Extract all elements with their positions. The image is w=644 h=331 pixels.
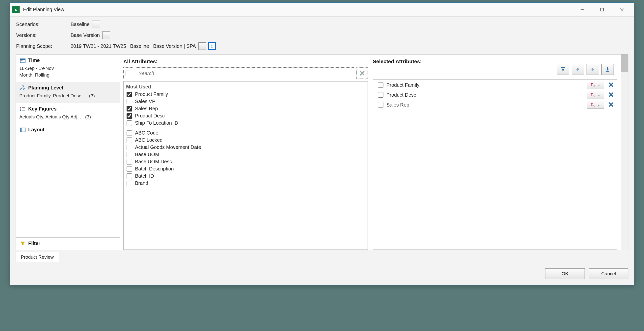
attribute-item[interactable]: Sales Rep (126, 105, 366, 112)
attribute-item[interactable]: ABC Locked (126, 136, 366, 144)
svg-rect-9 (20, 89, 22, 90)
remove-attribute-button[interactable] (608, 101, 614, 109)
selected-attribute-checkbox[interactable] (378, 102, 384, 108)
move-bottom-button[interactable] (602, 64, 614, 75)
aggregation-dropdown[interactable]: Σ⦸⌄ (587, 81, 604, 89)
scenarios-label: Scenarios: (16, 22, 70, 27)
versions-browse-button[interactable]: ... (102, 32, 110, 39)
search-input[interactable] (136, 68, 354, 79)
tab-product-review[interactable]: Product Review (16, 252, 59, 262)
nav-section-planning-level[interactable]: Planning Level Product Family, Product D… (16, 82, 120, 103)
attribute-checkbox[interactable] (126, 113, 132, 119)
attribute-label: Actual Goods Movement Date (135, 144, 201, 150)
select-all-checkbox[interactable] (126, 70, 131, 76)
nav-time-title: Time (28, 58, 40, 63)
attribute-checkbox[interactable] (126, 152, 132, 157)
nav-key-figures-sub: Actuals Qty, Actuals Qty Adj, ... (3) (19, 114, 116, 120)
attribute-item[interactable]: Product Family (126, 91, 366, 98)
attribute-item[interactable]: ABC Code (126, 129, 366, 136)
attribute-item[interactable]: Product Desc (126, 112, 366, 120)
scrollbar-thumb[interactable] (621, 54, 628, 72)
attribute-item[interactable]: Ship-To Location ID (126, 120, 366, 126)
attribute-checkbox[interactable] (126, 174, 132, 179)
attribute-item[interactable]: Batch ID (126, 172, 366, 180)
nav-filter-title: Filter (28, 240, 40, 246)
attribute-label: Brand (135, 180, 148, 186)
minimize-button[interactable] (572, 3, 592, 16)
attribute-item[interactable]: Batch Description (126, 165, 366, 172)
attribute-checkbox[interactable] (126, 166, 132, 172)
svg-marker-31 (591, 69, 594, 71)
nav-section-time[interactable]: Time 18-Sep - 19-Nov Month, Rolling (16, 54, 120, 82)
selected-attribute-item[interactable]: Product DescΣ⦸⌄ (376, 90, 616, 100)
attribute-item[interactable]: Base UOM Desc (126, 158, 366, 165)
attribute-item[interactable]: Actual Goods Movement Date (126, 144, 366, 151)
nav-section-layout[interactable]: Layout (16, 124, 120, 238)
attribute-item[interactable]: Sales VP (126, 98, 366, 105)
selected-attribute-checkbox[interactable] (378, 92, 384, 98)
nav-time-line1: 18-Sep - 19-Nov (19, 65, 116, 72)
versions-label: Versions: (16, 32, 70, 38)
move-up-button[interactable] (572, 64, 584, 75)
svg-rect-32 (592, 68, 593, 69)
attribute-label: Batch ID (135, 173, 154, 179)
attribute-checkbox[interactable] (126, 130, 132, 136)
attribute-item[interactable]: Base UOM (126, 151, 366, 158)
scenarios-value: Baseline (70, 22, 90, 27)
all-attributes-column: All Attributes: Most UsedProduct FamilyS… (123, 58, 368, 250)
attribute-checkbox[interactable] (126, 138, 132, 143)
excel-app-icon: x (12, 6, 20, 14)
header-settings: Scenarios: Baseline ... Versions: Base V… (10, 16, 634, 54)
selected-attribute-checkbox[interactable] (378, 82, 384, 88)
window-title: Edit Planning View (23, 7, 64, 12)
attribute-label: Base UOM Desc (135, 159, 172, 164)
nav-planning-level-sub: Product Family, Product Desc, ... (3) (19, 93, 116, 99)
attribute-checkbox[interactable] (126, 120, 132, 126)
selected-attribute-item[interactable]: Product FamilyΣ⦸⌄ (376, 80, 616, 90)
nav-layout-title: Layout (28, 127, 44, 132)
svg-marker-27 (562, 68, 564, 70)
selected-attributes-list[interactable]: Product FamilyΣ⦸⌄Product DescΣ⦸⌄Sales Re… (373, 80, 617, 250)
panel-scrollbar[interactable] (621, 54, 628, 250)
nav-key-figures-title: Key Figures (28, 106, 56, 112)
key-figures-icon (19, 106, 26, 112)
attribute-checkbox[interactable] (126, 99, 132, 104)
aggregation-dropdown[interactable]: Σ⦸⌄ (587, 91, 604, 99)
attribute-checkbox[interactable] (126, 180, 132, 186)
scenarios-browse-button[interactable]: ... (92, 20, 100, 28)
move-down-button[interactable] (586, 64, 599, 75)
hierarchy-icon (19, 85, 26, 91)
all-attributes-list[interactable]: Most UsedProduct FamilySales VPSales Rep… (124, 82, 368, 250)
nav-section-key-figures[interactable]: Key Figures Actuals Qty, Actuals Qty Adj… (16, 103, 120, 124)
close-button[interactable] (612, 3, 632, 16)
attribute-checkbox[interactable] (126, 92, 132, 97)
versions-value: Base Version (70, 32, 100, 38)
attribute-checkbox[interactable] (126, 159, 132, 164)
calendar-icon (19, 58, 26, 63)
svg-rect-30 (577, 69, 578, 71)
planning-scope-browse-button[interactable]: ... (198, 42, 206, 50)
all-attributes-heading: All Attributes: (123, 58, 368, 64)
select-all-checkbox-wrap[interactable] (123, 68, 133, 79)
remove-attribute-button[interactable] (608, 81, 614, 89)
attribute-checkbox[interactable] (126, 145, 132, 150)
nav-section-filter[interactable]: Filter (16, 238, 120, 250)
maximize-button[interactable] (592, 3, 612, 16)
cancel-button[interactable]: Cancel (589, 268, 628, 279)
remove-attribute-button[interactable] (608, 91, 614, 99)
svg-rect-6 (21, 60, 22, 61)
info-icon[interactable]: i (208, 42, 216, 50)
move-top-button[interactable] (557, 64, 569, 75)
attribute-item[interactable]: Brand (126, 180, 366, 187)
aggregation-dropdown[interactable]: Σ⦸⌄ (587, 101, 604, 109)
ok-button[interactable]: OK (545, 268, 585, 279)
dialog-footer: OK Cancel (10, 262, 634, 285)
layout-icon (19, 127, 26, 132)
selected-attribute-item[interactable]: Sales RepΣ⦸⌄ (376, 100, 616, 110)
selected-attribute-label: Product Desc (386, 92, 587, 98)
attribute-checkbox[interactable] (126, 106, 132, 112)
body-panel: Time 18-Sep - 19-Nov Month, Rolling Plan… (16, 54, 628, 250)
list-divider (124, 128, 368, 128)
clear-search-button[interactable] (356, 68, 368, 79)
svg-rect-1 (601, 8, 604, 11)
